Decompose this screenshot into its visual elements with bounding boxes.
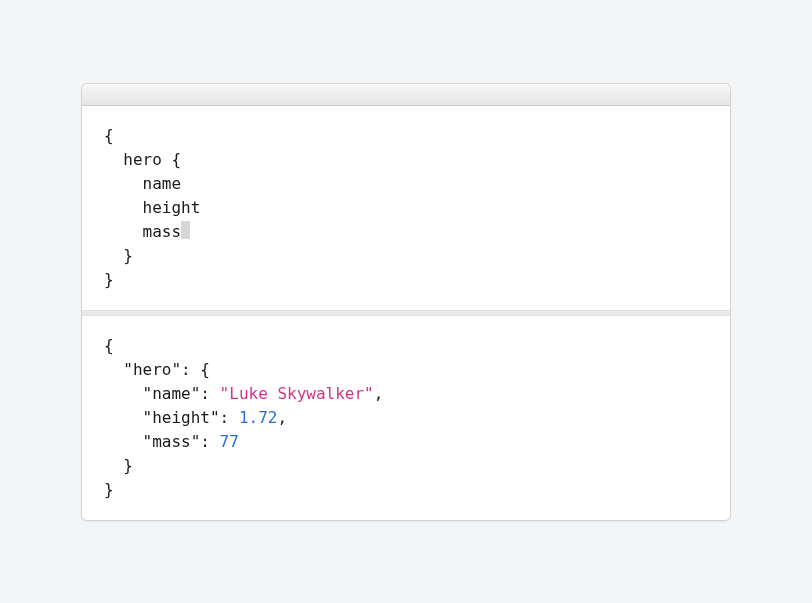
hero-key: "hero"	[123, 360, 181, 379]
code-window: { hero { name height mass } } { "hero": …	[81, 83, 731, 521]
comma: ,	[374, 384, 384, 403]
colon: :	[200, 432, 210, 451]
response-pane[interactable]: { "hero": { "name": "Luke Skywalker", "h…	[82, 316, 730, 520]
brace-open: {	[171, 150, 181, 169]
window-titlebar	[82, 84, 730, 106]
query-pane[interactable]: { hero { name height mass } }	[82, 106, 730, 310]
field-mass: mass	[143, 222, 182, 241]
colon: :	[181, 360, 191, 379]
mass-value: 77	[220, 432, 239, 451]
hero-keyword: hero	[123, 150, 162, 169]
brace-open: {	[104, 126, 114, 145]
height-value: 1.72	[239, 408, 278, 427]
brace-close: }	[104, 480, 114, 499]
colon: :	[200, 384, 210, 403]
comma: ,	[277, 408, 287, 427]
text-cursor	[181, 221, 190, 239]
brace-open: {	[200, 360, 210, 379]
name-key: "name"	[143, 384, 201, 403]
mass-key: "mass"	[143, 432, 201, 451]
name-value: "Luke Skywalker"	[220, 384, 374, 403]
brace-close: }	[104, 270, 114, 289]
height-key: "height"	[143, 408, 220, 427]
colon: :	[220, 408, 230, 427]
brace-close: }	[123, 246, 133, 265]
brace-open: {	[104, 336, 114, 355]
field-name: name	[143, 174, 182, 193]
brace-close: }	[123, 456, 133, 475]
field-height: height	[143, 198, 201, 217]
